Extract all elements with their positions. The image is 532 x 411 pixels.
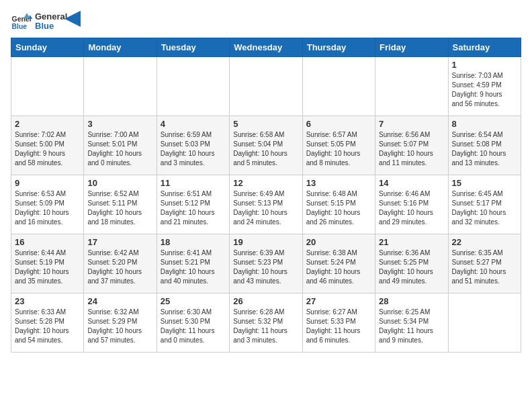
day-info: Sunrise: 6:42 AM Sunset: 5:20 PM Dayligh…	[87, 248, 152, 286]
day-number: 4	[161, 119, 226, 129]
weekday-header-monday: Monday	[84, 38, 157, 57]
day-info: Sunrise: 6:41 AM Sunset: 5:21 PM Dayligh…	[161, 248, 226, 286]
weekday-header-wednesday: Wednesday	[230, 38, 302, 57]
day-number: 1	[452, 60, 517, 70]
day-info: Sunrise: 6:32 AM Sunset: 5:29 PM Dayligh…	[87, 308, 152, 345]
calendar-cell: 2Sunrise: 7:02 AM Sunset: 5:00 PM Daylig…	[11, 116, 84, 175]
day-info: Sunrise: 6:58 AM Sunset: 5:04 PM Dayligh…	[233, 130, 298, 168]
day-number: 10	[87, 178, 152, 188]
day-info: Sunrise: 7:03 AM Sunset: 4:59 PM Dayligh…	[452, 71, 517, 109]
calendar-cell: 19Sunrise: 6:39 AM Sunset: 5:23 PM Dayli…	[230, 234, 302, 293]
day-number: 28	[379, 296, 444, 306]
calendar-cell: 24Sunrise: 6:32 AM Sunset: 5:29 PM Dayli…	[84, 293, 157, 353]
day-info: Sunrise: 6:44 AM Sunset: 5:19 PM Dayligh…	[15, 248, 80, 286]
calendar-cell	[375, 57, 448, 116]
day-number: 16	[15, 237, 80, 247]
calendar-cell	[157, 57, 229, 116]
day-number: 14	[379, 178, 444, 188]
calendar-cell: 22Sunrise: 6:35 AM Sunset: 5:27 PM Dayli…	[448, 234, 521, 293]
weekday-header-saturday: Saturday	[448, 38, 521, 57]
calendar-cell: 9Sunrise: 6:53 AM Sunset: 5:09 PM Daylig…	[11, 175, 84, 234]
calendar-cell: 14Sunrise: 6:46 AM Sunset: 5:16 PM Dayli…	[375, 175, 448, 234]
calendar-cell: 12Sunrise: 6:49 AM Sunset: 5:13 PM Dayli…	[230, 175, 302, 234]
weekday-header-thursday: Thursday	[302, 38, 375, 57]
day-info: Sunrise: 6:33 AM Sunset: 5:28 PM Dayligh…	[15, 308, 80, 345]
day-number: 13	[306, 178, 371, 188]
day-info: Sunrise: 6:57 AM Sunset: 5:05 PM Dayligh…	[306, 130, 371, 168]
svg-marker-4	[64, 11, 81, 27]
calendar-cell: 27Sunrise: 6:27 AM Sunset: 5:33 PM Dayli…	[302, 293, 375, 353]
day-number: 7	[379, 119, 444, 129]
day-number: 3	[87, 119, 152, 129]
calendar-cell: 6Sunrise: 6:57 AM Sunset: 5:05 PM Daylig…	[302, 116, 375, 175]
logo-icon: General Blue	[11, 11, 32, 32]
day-number: 25	[161, 296, 226, 306]
day-info: Sunrise: 7:02 AM Sunset: 5:00 PM Dayligh…	[15, 130, 80, 168]
day-number: 15	[452, 178, 517, 188]
weekday-header-row: SundayMondayTuesdayWednesdayThursdayFrid…	[11, 38, 521, 57]
day-info: Sunrise: 6:59 AM Sunset: 5:03 PM Dayligh…	[161, 130, 226, 168]
day-info: Sunrise: 6:30 AM Sunset: 5:30 PM Dayligh…	[161, 308, 226, 345]
logo-general: General	[35, 12, 67, 21]
calendar-cell: 5Sunrise: 6:58 AM Sunset: 5:04 PM Daylig…	[230, 116, 302, 175]
day-info: Sunrise: 6:51 AM Sunset: 5:12 PM Dayligh…	[161, 189, 226, 227]
day-number: 20	[306, 237, 371, 247]
day-info: Sunrise: 6:25 AM Sunset: 5:34 PM Dayligh…	[379, 308, 444, 345]
day-number: 26	[233, 296, 298, 306]
day-number: 2	[15, 119, 80, 129]
day-info: Sunrise: 6:35 AM Sunset: 5:27 PM Dayligh…	[452, 248, 517, 286]
logo: General Blue General Blue	[11, 11, 81, 32]
weekday-header-tuesday: Tuesday	[157, 38, 229, 57]
logo-blue: Blue	[35, 21, 67, 31]
calendar-cell: 11Sunrise: 6:51 AM Sunset: 5:12 PM Dayli…	[157, 175, 229, 234]
day-info: Sunrise: 6:49 AM Sunset: 5:13 PM Dayligh…	[233, 189, 298, 227]
day-info: Sunrise: 6:28 AM Sunset: 5:32 PM Dayligh…	[233, 308, 298, 345]
day-number: 5	[233, 119, 298, 129]
calendar-cell: 4Sunrise: 6:59 AM Sunset: 5:03 PM Daylig…	[157, 116, 229, 175]
calendar-cell: 21Sunrise: 6:36 AM Sunset: 5:25 PM Dayli…	[375, 234, 448, 293]
day-number: 11	[161, 178, 226, 188]
calendar-cell: 26Sunrise: 6:28 AM Sunset: 5:32 PM Dayli…	[230, 293, 302, 353]
calendar-cell	[230, 57, 302, 116]
calendar-cell: 10Sunrise: 6:52 AM Sunset: 5:11 PM Dayli…	[84, 175, 157, 234]
calendar-cell: 1Sunrise: 7:03 AM Sunset: 4:59 PM Daylig…	[448, 57, 521, 116]
day-info: Sunrise: 6:27 AM Sunset: 5:33 PM Dayligh…	[306, 308, 371, 345]
calendar-cell: 17Sunrise: 6:42 AM Sunset: 5:20 PM Dayli…	[84, 234, 157, 293]
calendar-cell: 16Sunrise: 6:44 AM Sunset: 5:19 PM Dayli…	[11, 234, 84, 293]
day-number: 9	[15, 178, 80, 188]
day-number: 22	[452, 237, 517, 247]
day-info: Sunrise: 6:36 AM Sunset: 5:25 PM Dayligh…	[379, 248, 444, 286]
day-number: 18	[161, 237, 226, 247]
calendar-cell: 25Sunrise: 6:30 AM Sunset: 5:30 PM Dayli…	[157, 293, 229, 353]
day-info: Sunrise: 7:00 AM Sunset: 5:01 PM Dayligh…	[87, 130, 152, 168]
day-info: Sunrise: 6:39 AM Sunset: 5:23 PM Dayligh…	[233, 248, 298, 286]
calendar-week-1: 1Sunrise: 7:03 AM Sunset: 4:59 PM Daylig…	[11, 57, 521, 116]
calendar-cell	[84, 57, 157, 116]
day-number: 12	[233, 178, 298, 188]
svg-text:General: General	[12, 15, 32, 23]
day-info: Sunrise: 6:48 AM Sunset: 5:15 PM Dayligh…	[306, 189, 371, 227]
day-number: 8	[452, 119, 517, 129]
day-number: 21	[379, 237, 444, 247]
calendar-cell: 7Sunrise: 6:56 AM Sunset: 5:07 PM Daylig…	[375, 116, 448, 175]
calendar-cell: 15Sunrise: 6:45 AM Sunset: 5:17 PM Dayli…	[448, 175, 521, 234]
calendar-cell	[448, 293, 521, 353]
calendar-cell: 13Sunrise: 6:48 AM Sunset: 5:15 PM Dayli…	[302, 175, 375, 234]
calendar-week-2: 2Sunrise: 7:02 AM Sunset: 5:00 PM Daylig…	[11, 116, 521, 175]
day-info: Sunrise: 6:54 AM Sunset: 5:08 PM Dayligh…	[452, 130, 517, 168]
weekday-header-friday: Friday	[375, 38, 448, 57]
calendar-cell	[11, 57, 84, 116]
day-number: 24	[87, 296, 152, 306]
calendar-cell: 8Sunrise: 6:54 AM Sunset: 5:08 PM Daylig…	[448, 116, 521, 175]
calendar-week-3: 9Sunrise: 6:53 AM Sunset: 5:09 PM Daylig…	[11, 175, 521, 234]
day-number: 19	[233, 237, 298, 247]
day-number: 23	[15, 296, 80, 306]
day-number: 17	[87, 237, 152, 247]
calendar-table: SundayMondayTuesdayWednesdayThursdayFrid…	[11, 38, 521, 353]
calendar-week-4: 16Sunrise: 6:44 AM Sunset: 5:19 PM Dayli…	[11, 234, 521, 293]
calendar-cell	[302, 57, 375, 116]
day-info: Sunrise: 6:56 AM Sunset: 5:07 PM Dayligh…	[379, 130, 444, 168]
day-info: Sunrise: 6:45 AM Sunset: 5:17 PM Dayligh…	[452, 189, 517, 227]
calendar-cell: 23Sunrise: 6:33 AM Sunset: 5:28 PM Dayli…	[11, 293, 84, 353]
svg-text:Blue: Blue	[12, 23, 28, 30]
